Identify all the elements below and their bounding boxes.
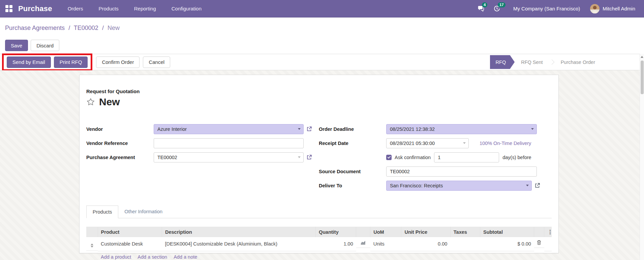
vendor-reference-label: Vendor Reference	[86, 141, 154, 146]
scroll-up-arrow-icon[interactable]	[641, 56, 643, 58]
confirmation-days-input[interactable]	[434, 152, 499, 162]
uom-column-header[interactable]: UoM	[370, 227, 401, 237]
stage-rfq-sent[interactable]: RFQ Sent	[515, 60, 549, 65]
cell-product[interactable]: Customizable Desk	[98, 237, 162, 251]
vendor-external-link-icon[interactable]	[306, 126, 312, 132]
add-a-note-link[interactable]: Add a note	[174, 254, 197, 260]
vertical-scrollbar[interactable]	[640, 54, 644, 260]
send-by-email-button[interactable]: Send by Email	[7, 57, 51, 68]
purchase-agreement-label: Purchase Agreement	[86, 155, 154, 160]
days-before-text: day(s) before	[502, 155, 531, 160]
activities-count-badge: 17	[498, 2, 505, 7]
breadcrumb-current: New	[108, 25, 120, 31]
stage-purchase-order[interactable]: Purchase Order	[554, 60, 602, 65]
row-actions-column-header	[534, 227, 544, 237]
add-a-product-link[interactable]: Add a product	[101, 254, 131, 260]
tab-other-information[interactable]: Other Information	[118, 206, 168, 218]
notebook-tabs: Products Other Information	[86, 206, 552, 218]
cancel-button[interactable]: Cancel	[143, 57, 170, 68]
user-menu[interactable]: Mitchell Admin	[603, 6, 635, 11]
product-column-header[interactable]: Product	[98, 227, 162, 237]
user-avatar[interactable]	[590, 4, 600, 13]
tab-products[interactable]: Products	[86, 206, 118, 218]
order-deadline-input[interactable]	[386, 124, 537, 134]
table-footer-links: Add a product Add a section Add a note	[86, 251, 552, 260]
cell-unit-price[interactable]: 0.00	[401, 237, 450, 251]
highlight-annotation-box: Send by Email Print RFQ	[2, 53, 92, 71]
favorite-star-icon[interactable]	[86, 98, 95, 106]
quantity-column-header[interactable]: Quantity	[315, 227, 356, 237]
unit-price-column-header[interactable]: Unit Price	[401, 227, 450, 237]
vendor-reference-input[interactable]	[154, 138, 304, 148]
cell-uom[interactable]: Units	[370, 237, 401, 251]
menu-orders[interactable]: Orders	[68, 6, 83, 11]
cell-subtotal: $ 0.00	[480, 237, 534, 251]
doc-type-label: Request for Quotation	[86, 88, 552, 94]
forecast-column-header	[356, 227, 370, 237]
table-header-row: Product Description Quantity UoM Unit Pr…	[86, 227, 552, 237]
on-time-delivery-text: 100% On-Time Delivery	[480, 141, 531, 146]
stage-pipeline: RFQ RFQ Sent Purchase Order	[490, 55, 644, 69]
breadcrumb-purchase-agreements[interactable]: Purchase Agreements	[5, 25, 65, 31]
top-navbar: Purchase Orders Products Reporting Confi…	[0, 0, 644, 17]
scrollbar-thumb[interactable]	[641, 61, 644, 94]
add-a-section-link[interactable]: Add a section	[137, 254, 167, 260]
ask-confirmation-checkbox[interactable]	[386, 155, 392, 160]
handle-column-header	[86, 227, 98, 237]
menu-configuration[interactable]: Configuration	[172, 6, 202, 11]
cell-description[interactable]: [DESK0004] Customizable Desk (Aluminium,…	[162, 237, 315, 251]
deliver-to-label: Deliver To	[319, 183, 386, 188]
print-rfq-button[interactable]: Print RFQ	[54, 57, 88, 68]
apps-menu-icon[interactable]	[5, 5, 13, 12]
form-view-background: Request for Quotation New Vendor	[0, 70, 644, 260]
ask-confirmation-label[interactable]: Ask confirmation	[395, 155, 431, 160]
save-button[interactable]: Save	[5, 40, 28, 51]
subtotal-column-header[interactable]: Subtotal	[480, 227, 534, 237]
statusbar: Send by Email Print RFQ Confirm Order Ca…	[0, 54, 644, 70]
receipt-date-input[interactable]	[386, 138, 469, 148]
app-title[interactable]: Purchase	[18, 4, 52, 13]
stage-rfq[interactable]: RFQ	[490, 55, 515, 69]
menu-products[interactable]: Products	[99, 6, 119, 11]
vendor-input[interactable]	[154, 124, 304, 134]
menu-reporting[interactable]: Reporting	[134, 6, 156, 11]
source-document-label: Source Document	[319, 169, 386, 174]
record-title: New	[99, 96, 120, 108]
cell-quantity[interactable]: 1.00	[315, 237, 356, 251]
chevron-separator-icon	[549, 60, 554, 65]
deliver-to-input[interactable]	[386, 181, 532, 191]
forecast-chart-icon[interactable]	[360, 240, 366, 245]
activities-button[interactable]: 17	[493, 5, 500, 12]
purchase-agreement-input[interactable]	[154, 152, 304, 162]
discard-button[interactable]: Discard	[31, 40, 59, 51]
vendor-label: Vendor	[86, 126, 154, 132]
breadcrumb: Purchase Agreements / TE00002 / New	[5, 24, 644, 32]
purchase-agreement-external-link-icon[interactable]	[306, 154, 312, 160]
drag-handle-icon[interactable]	[91, 244, 93, 248]
description-column-header[interactable]: Description	[162, 227, 315, 237]
confirm-order-button[interactable]: Confirm Order	[96, 57, 140, 68]
edit-toolbar: Save Discard	[0, 32, 644, 51]
source-document-input[interactable]	[386, 166, 537, 177]
taxes-column-header[interactable]: Taxes	[450, 227, 480, 237]
company-switcher[interactable]: My Company (San Francisco)	[513, 6, 580, 11]
breadcrumb-separator: /	[68, 25, 70, 31]
delete-row-trash-icon[interactable]	[536, 240, 542, 245]
cell-taxes[interactable]	[450, 237, 480, 251]
messages-count-badge: 4	[482, 2, 487, 7]
order-deadline-label: Order Deadline	[319, 126, 386, 132]
column-options-icon[interactable]: ⋮	[547, 229, 553, 235]
breadcrumb-separator: /	[102, 25, 104, 31]
breadcrumb-te00002[interactable]: TE00002	[74, 25, 98, 31]
deliver-to-external-link-icon[interactable]	[534, 183, 540, 188]
form-sheet: Request for Quotation New Vendor	[79, 75, 559, 253]
table-row[interactable]: Customizable Desk [DESK0004] Customizabl…	[86, 237, 552, 251]
order-lines-table: Product Description Quantity UoM Unit Pr…	[86, 227, 552, 251]
receipt-date-label: Receipt Date	[319, 141, 386, 146]
messages-button[interactable]: 4	[478, 5, 485, 12]
column-options-header[interactable]: ⋮	[544, 227, 552, 237]
